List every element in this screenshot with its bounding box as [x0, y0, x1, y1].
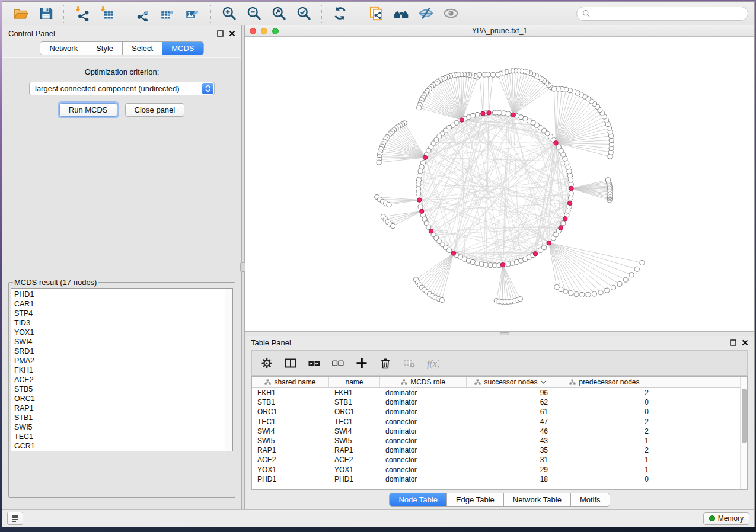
- settings-button[interactable]: [259, 356, 275, 370]
- tab-style[interactable]: Style: [87, 42, 123, 55]
- cell-shared-name[interactable]: STB1: [252, 398, 329, 406]
- mcds-result-item[interactable]: ACE2: [14, 375, 225, 384]
- close-panel-icon[interactable]: [229, 30, 235, 37]
- cell-shared-name[interactable]: YOX1: [252, 466, 329, 474]
- splitter-grip[interactable]: [500, 332, 509, 335]
- cell-shared-name[interactable]: TEC1: [252, 418, 329, 426]
- cell-name[interactable]: FKH1: [329, 389, 380, 397]
- mcds-result-item[interactable]: FKH1: [14, 366, 225, 375]
- tab-network[interactable]: Network: [40, 42, 87, 55]
- close-panel-button[interactable]: Close panel: [125, 103, 185, 117]
- cell-successor-nodes[interactable]: 29: [467, 466, 554, 474]
- show-all-button[interactable]: [438, 4, 463, 24]
- export-image-button[interactable]: [180, 4, 205, 24]
- import-table-button[interactable]: [94, 4, 119, 24]
- first-neighbors-button[interactable]: [388, 4, 413, 24]
- cell-name[interactable]: SWI4: [329, 427, 380, 435]
- cell-shared-name[interactable]: PHD1: [252, 475, 329, 483]
- zoom-out-button[interactable]: [241, 4, 266, 24]
- float-panel-icon[interactable]: [217, 30, 224, 37]
- unchecked-pair-button[interactable]: [330, 356, 346, 370]
- table-row[interactable]: SWI5SWI5connector431: [252, 436, 740, 446]
- cell-successor-nodes[interactable]: 62: [467, 398, 554, 406]
- mcds-result-item[interactable]: TID3: [14, 318, 225, 328]
- cell-MCDS-role[interactable]: dominator: [380, 475, 467, 483]
- table-row[interactable]: ACE2ACE2connector311: [252, 455, 740, 464]
- export-table-button[interactable]: [155, 4, 180, 24]
- horizontal-splitter[interactable]: [245, 331, 754, 336]
- mcds-result-item[interactable]: SRD1: [14, 347, 225, 356]
- open-session-button[interactable]: [8, 4, 33, 24]
- cell-successor-nodes[interactable]: 18: [467, 475, 554, 483]
- save-session-button[interactable]: [33, 4, 58, 24]
- mcds-result-item[interactable]: SWI4: [14, 337, 225, 347]
- cell-successor-nodes[interactable]: 61: [467, 408, 554, 416]
- cell-name[interactable]: SWI5: [329, 437, 380, 445]
- cell-MCDS-role[interactable]: dominator: [380, 427, 467, 435]
- run-mcds-button[interactable]: Run MCDS: [59, 103, 117, 117]
- cell-successor-nodes[interactable]: 31: [467, 456, 554, 464]
- column-header-shared-name[interactable]: shared name: [252, 377, 329, 387]
- mcds-result-item[interactable]: YOX1: [14, 328, 225, 337]
- cell-successor-nodes[interactable]: 43: [467, 437, 554, 445]
- float-panel-icon[interactable]: [730, 339, 736, 346]
- network-graph[interactable]: [245, 37, 754, 331]
- cell-MCDS-role[interactable]: dominator: [380, 446, 467, 454]
- close-window-button[interactable]: [250, 28, 256, 34]
- column-header-predecessor-nodes[interactable]: predecessor nodes: [554, 377, 655, 387]
- cell-successor-nodes[interactable]: 47: [467, 418, 554, 426]
- table-row[interactable]: YOX1YOX1connector291: [252, 465, 740, 475]
- search-input[interactable]: [594, 9, 742, 18]
- scrollbar-thumb[interactable]: [742, 389, 747, 443]
- delete-column-button[interactable]: [378, 356, 393, 370]
- cell-name[interactable]: ACE2: [329, 456, 380, 464]
- cell-MCDS-role[interactable]: connector: [380, 456, 467, 464]
- cell-predecessor-nodes[interactable]: 2: [554, 418, 655, 426]
- cell-MCDS-role[interactable]: connector: [380, 418, 467, 426]
- export-network-button[interactable]: [130, 4, 155, 24]
- table-row[interactable]: FKH1FKH1dominator962: [252, 388, 740, 398]
- mcds-result-item[interactable]: SWI5: [14, 422, 225, 432]
- zoom-in-button[interactable]: [216, 4, 241, 24]
- split-view-button[interactable]: [283, 356, 298, 370]
- cell-successor-nodes[interactable]: 46: [467, 427, 554, 435]
- tab-select[interactable]: Select: [123, 42, 162, 55]
- mcds-result-item[interactable]: STB5: [14, 384, 225, 394]
- column-header-name[interactable]: name: [329, 377, 380, 387]
- criterion-dropdown[interactable]: largest connected component (undirected): [29, 82, 215, 95]
- mcds-result-item[interactable]: CAR1: [14, 299, 225, 309]
- close-panel-icon[interactable]: [742, 339, 748, 346]
- cell-name[interactable]: STB1: [329, 398, 380, 406]
- memory-button[interactable]: Memory: [703, 512, 749, 525]
- tab-mcds[interactable]: MCDS: [162, 42, 203, 55]
- search-field[interactable]: [576, 7, 748, 21]
- network-view-canvas[interactable]: [245, 37, 754, 331]
- cell-name[interactable]: RAP1: [329, 446, 380, 454]
- checked-pair-button[interactable]: [307, 356, 322, 370]
- table-row[interactable]: SWI4SWI4dominator462: [252, 427, 740, 436]
- table-row[interactable]: STB1STB1dominator620: [252, 398, 740, 407]
- cell-predecessor-nodes[interactable]: 2: [554, 446, 655, 454]
- mcds-result-item[interactable]: TEC1: [14, 432, 225, 441]
- table-row[interactable]: TEC1TEC1connector472: [252, 417, 740, 427]
- column-header-successor-nodes[interactable]: successor nodes: [467, 377, 554, 387]
- mcds-result-item[interactable]: RAP1: [14, 403, 225, 413]
- cell-name[interactable]: YOX1: [329, 466, 380, 474]
- cell-predecessor-nodes[interactable]: 2: [554, 389, 655, 397]
- cell-predecessor-nodes[interactable]: 1: [554, 456, 655, 464]
- cell-predecessor-nodes[interactable]: 0: [554, 475, 655, 483]
- cell-name[interactable]: TEC1: [329, 418, 380, 426]
- cell-MCDS-role[interactable]: connector: [380, 437, 467, 445]
- column-header-MCDS-role[interactable]: MCDS role: [380, 377, 467, 387]
- cell-predecessor-nodes[interactable]: 1: [554, 437, 655, 445]
- apply-layout-button[interactable]: [327, 4, 352, 24]
- cell-shared-name[interactable]: SWI4: [252, 427, 329, 435]
- tab-edge-table[interactable]: Edge Table: [447, 493, 504, 506]
- table-row[interactable]: PHD1PHD1dominator180: [252, 475, 740, 484]
- clone-network-button[interactable]: [363, 4, 388, 24]
- table-row[interactable]: ORC1ORC1dominator610: [252, 407, 740, 416]
- cell-successor-nodes[interactable]: 35: [467, 446, 554, 454]
- cell-MCDS-role[interactable]: connector: [380, 466, 467, 474]
- tab-motifs[interactable]: Motifs: [571, 493, 610, 506]
- tab-node-table[interactable]: Node Table: [390, 493, 447, 506]
